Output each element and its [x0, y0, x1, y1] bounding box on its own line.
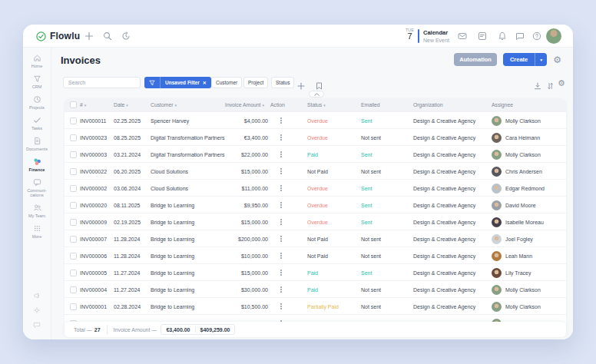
invoice-status[interactable]: Overdue [307, 213, 328, 230]
invoice-status[interactable]: Paid [307, 281, 318, 298]
invoice-customer[interactable]: Cloud Solutions [151, 180, 188, 197]
chat-icon[interactable] [515, 31, 525, 41]
row-checkbox[interactable] [70, 134, 77, 141]
column-header-id[interactable]: #▾ [80, 98, 86, 111]
timer-icon[interactable] [121, 31, 131, 41]
row-actions-menu[interactable] [280, 230, 282, 247]
integrations-icon[interactable] [33, 306, 41, 314]
new-event-link[interactable]: New Event [423, 38, 449, 43]
add-filter-icon[interactable] [297, 79, 305, 93]
invoice-customer[interactable]: Spencer Harvey [151, 112, 189, 129]
invoice-row[interactable]: INV00002308.25.2025Digital Transformatio… [65, 128, 566, 145]
invoice-assignee[interactable]: Cara Heimann [492, 129, 540, 146]
invoice-id[interactable]: INV000020 [80, 197, 107, 213]
download-icon[interactable] [534, 79, 541, 93]
row-checkbox[interactable] [70, 219, 77, 226]
invoice-status[interactable]: Not Paid [307, 247, 328, 264]
filter-chip-project[interactable]: Project [243, 77, 268, 88]
invoice-assignee[interactable]: Molly Clarkson [492, 281, 541, 298]
row-actions-menu[interactable] [280, 281, 282, 298]
row-actions-menu[interactable] [280, 247, 282, 264]
invoice-assignee[interactable]: Joel Fogley [492, 230, 533, 247]
invoice-status[interactable]: Not Paid [307, 230, 328, 247]
column-header-date[interactable]: Date▾ [114, 98, 128, 111]
row-checkbox[interactable] [70, 270, 77, 276]
invoice-status[interactable]: Overdue [307, 129, 328, 146]
invoice-customer[interactable]: Bridge to Learning [151, 264, 194, 281]
invoice-assignee[interactable]: Edgar Redmond [492, 180, 545, 197]
row-checkbox[interactable] [70, 117, 77, 124]
notifications-icon[interactable] [498, 31, 507, 41]
row-checkbox[interactable] [70, 253, 77, 260]
column-header-amount[interactable]: Invoice Amount▾ [191, 98, 264, 111]
help-icon[interactable] [532, 31, 541, 41]
invoice-assignee[interactable]: Molly Clarkson [492, 298, 541, 315]
invoice-customer[interactable]: Bridge to Learning [151, 281, 194, 298]
automation-button[interactable]: Automation [454, 53, 497, 66]
invoice-row[interactable]: INV00000203.06.2024Cloud Solutions$11,00… [65, 179, 566, 196]
row-actions-menu[interactable] [280, 112, 282, 129]
invoice-assignee[interactable]: Molly Clarkson [492, 146, 541, 163]
feedback-icon[interactable] [33, 321, 41, 329]
row-checkbox[interactable] [70, 236, 77, 243]
collapse-table-pill[interactable] [309, 91, 324, 98]
row-actions-menu[interactable] [280, 180, 282, 197]
invoice-assignee[interactable]: David Moore [492, 197, 536, 213]
invoice-assignee[interactable]: Isabelle Moreau [492, 213, 544, 230]
sidebar-item-tasks[interactable]: Tasks [23, 116, 51, 131]
column-header-customer[interactable]: Customer▾ [151, 98, 177, 111]
row-actions-menu[interactable] [280, 146, 282, 163]
invoice-row[interactable]: INV00000411.27.2024Bridge to Learning$30… [65, 280, 566, 297]
invoice-status[interactable]: Paid [307, 264, 318, 281]
sidebar-item-finance[interactable]: Finance [23, 157, 51, 172]
column-header-status[interactable]: Status▾ [307, 98, 326, 111]
sort-icon[interactable] [547, 79, 554, 93]
invoice-assignee[interactable]: Chris Andersen [492, 163, 542, 180]
row-actions-menu[interactable] [280, 298, 282, 315]
invoice-status[interactable]: Overdue [307, 180, 328, 197]
invoice-assignee[interactable]: Leah Mann [492, 247, 532, 264]
search-input[interactable]: Search [63, 77, 141, 88]
invoice-customer[interactable]: Bridge to Learning [151, 298, 194, 315]
invoice-id[interactable]: INV000001 [80, 298, 107, 315]
row-actions-menu[interactable] [280, 129, 282, 146]
invoice-id[interactable]: INV000007 [80, 230, 107, 247]
invoice-row[interactable]: INV00002008.11.2025Bridge to Learning$9,… [65, 196, 566, 213]
sidebar-item-more[interactable]: More [23, 224, 51, 239]
invoice-row[interactable]: INV00000902.19.2025Bridge to Learning$15… [65, 213, 566, 230]
row-checkbox[interactable] [70, 303, 77, 310]
invoice-id[interactable]: INV000009 [80, 213, 107, 230]
row-actions-menu[interactable] [280, 264, 282, 281]
filter-chip-status[interactable]: Status [271, 77, 294, 88]
invoice-status[interactable]: Not Paid [307, 163, 328, 180]
invoice-id[interactable]: INV000002 [80, 180, 107, 197]
invoice-assignee[interactable]: Molly Clarkson [492, 112, 541, 129]
row-checkbox[interactable] [70, 151, 77, 158]
invoice-customer[interactable]: Bridge to Learning [151, 247, 194, 264]
invoice-customer[interactable]: Bridge to Learning [151, 230, 194, 247]
create-dropdown-caret[interactable]: ▼ [535, 58, 547, 62]
sidebar-item-crm[interactable]: CRM [23, 74, 51, 89]
row-actions-menu[interactable] [280, 163, 282, 180]
invoice-status[interactable]: Partially Paid [307, 298, 339, 315]
unsaved-filter-chip[interactable]: Unsaved Filter✕ [144, 77, 211, 88]
invoice-id[interactable]: INV000006 [80, 247, 107, 264]
sidebar-item-projects[interactable]: Projects [23, 95, 51, 110]
invoice-id[interactable]: INV000005 [80, 264, 107, 281]
invoice-row[interactable]: INV00002206.20.2025Cloud Solutions$15,00… [65, 162, 566, 179]
invoice-row[interactable]: INV00000511.27.2024Bridge to Learning$15… [65, 263, 566, 280]
invoice-id[interactable]: INV000023 [80, 129, 107, 146]
remove-filter-icon[interactable]: ✕ [203, 80, 207, 85]
mail-icon[interactable] [458, 31, 467, 41]
invoice-customer[interactable]: Bridge to Learning [151, 197, 194, 213]
table-settings-icon[interactable]: ⚙ [558, 78, 565, 88]
invoice-id[interactable]: INV000004 [80, 281, 107, 298]
announcement-icon[interactable] [33, 292, 41, 299]
invoice-assignee[interactable]: Lily Tracey [492, 264, 531, 281]
invoice-row[interactable]: INV00000303.21.2024Digital Transformatio… [65, 145, 566, 162]
invoice-customer[interactable]: Cloud Solutions [151, 163, 188, 180]
row-actions-menu[interactable] [280, 197, 282, 213]
invoice-row[interactable]: INV00000711.28.2024Bridge to Learning$20… [65, 230, 566, 247]
row-checkbox[interactable] [70, 202, 77, 209]
sidebar-item-communications[interactable]: Communi-cations [23, 178, 51, 197]
